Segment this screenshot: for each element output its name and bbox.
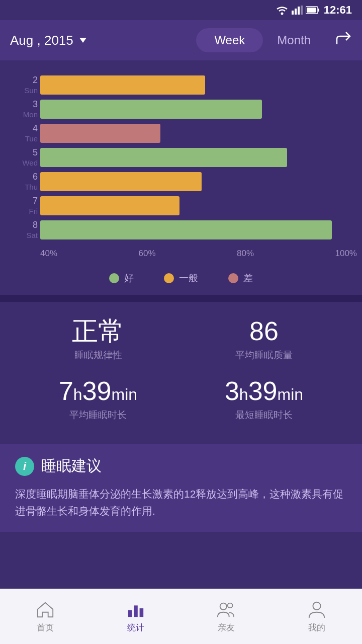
nav-stats[interactable]: 统计 <box>90 600 181 633</box>
stat-min-duration-label: 最短睡眠时长 <box>186 409 342 422</box>
svg-rect-2 <box>295 9 297 15</box>
avg-min: 39 <box>82 376 112 406</box>
legend: 好 一般 差 <box>0 264 362 290</box>
date-text: Aug , 2015 <box>10 33 73 48</box>
x-label-40: 40% <box>40 249 57 259</box>
stat-regularity-label: 睡眠规律性 <box>20 349 176 362</box>
bar-row-thu: 6 Thu <box>40 172 357 191</box>
avg-h: 7 <box>59 376 73 406</box>
svg-rect-10 <box>140 608 144 617</box>
bar-track-wed <box>40 148 357 167</box>
advice-section: i 睡眠建议 深度睡眠期脑垂体分泌的生长激素的12释放达到高峰，这种激素具有促进… <box>0 444 362 531</box>
stat-regularity: 正常 睡眠规律性 <box>20 317 176 362</box>
min-h: 3 <box>225 376 239 406</box>
stat-avg-duration: 7h39min 平均睡眠时长 <box>20 377 176 422</box>
nav-friends[interactable]: 亲友 <box>181 600 272 633</box>
avg-min-unit: min <box>112 385 138 404</box>
date-selector[interactable]: Aug , 2015 <box>10 33 196 48</box>
bar-row-sun: 2 Sun <box>40 75 357 95</box>
status-time: 12:61 <box>324 4 352 17</box>
bar-row-mon: 3 Mon <box>40 100 357 119</box>
bar-label-wed: 5 Wed <box>3 147 38 168</box>
advice-title: 睡眠建议 <box>41 456 102 476</box>
bar-fill-sat <box>40 220 332 239</box>
stat-regularity-value: 正常 <box>20 317 176 346</box>
svg-rect-4 <box>301 6 303 15</box>
advice-text: 深度睡眠期脑垂体分泌的生长激素的12释放达到高峰，这种激素具有促进骨骼生长和身体… <box>15 486 347 519</box>
share-icon[interactable] <box>335 30 352 51</box>
legend-label-ok: 一般 <box>179 272 198 285</box>
svg-point-13 <box>313 602 320 610</box>
home-icon <box>36 600 55 619</box>
min-h-unit: h <box>239 385 248 404</box>
bar-label-mon: 3 Mon <box>3 99 38 119</box>
stat-min-duration-value: 3h39min <box>186 377 342 406</box>
chart-section: 2 Sun 3 Mon <box>0 60 362 295</box>
advice-header: i 睡眠建议 <box>15 456 347 476</box>
svg-rect-1 <box>292 11 294 15</box>
bar-row-sat: 8 Sat <box>40 220 357 239</box>
legend-dot-bad <box>228 273 238 283</box>
signal-icon <box>292 6 303 15</box>
svg-rect-9 <box>134 605 138 617</box>
chart-inner: 2 Sun 3 Mon <box>40 75 357 259</box>
legend-bad: 差 <box>228 272 253 285</box>
svg-point-11 <box>220 603 227 610</box>
status-bar: 12:61 <box>0 0 362 20</box>
stats-grid: 正常 睡眠规律性 86 平均睡眠质量 7h39min 平均睡眠时长 3h39mi… <box>20 317 342 422</box>
bar-track-sat <box>40 220 357 239</box>
stat-quality: 86 平均睡眠质量 <box>186 317 342 362</box>
svg-point-0 <box>281 13 283 15</box>
bar-track-thu <box>40 172 357 191</box>
min-min-unit: min <box>278 385 304 404</box>
stat-avg-duration-value: 7h39min <box>20 377 176 406</box>
legend-dot-ok <box>164 273 174 283</box>
nav-profile-label: 我的 <box>308 622 325 633</box>
legend-label-good: 好 <box>124 272 134 285</box>
bar-fill-wed <box>40 148 287 167</box>
x-label-80: 80% <box>237 249 254 259</box>
tab-month[interactable]: Month <box>263 28 325 52</box>
bar-label-sat: 8 Sat <box>3 220 38 240</box>
status-icons <box>276 5 320 15</box>
bar-fill-thu <box>40 172 202 191</box>
min-min: 39 <box>248 376 278 406</box>
x-label-100: 100% <box>335 249 357 259</box>
battery-icon <box>306 6 320 14</box>
nav-stats-label: 统计 <box>127 622 144 633</box>
bottom-nav: 首页 统计 亲友 我的 <box>0 589 362 644</box>
nav-home-label: 首页 <box>37 622 54 633</box>
bar-fill-sun <box>40 75 205 95</box>
legend-dot-good <box>109 273 119 283</box>
x-axis: 40% 60% 80% 100% <box>40 245 357 259</box>
bar-label-sun: 2 Sun <box>3 75 38 95</box>
bar-fill-mon <box>40 100 262 119</box>
bar-track-fri <box>40 196 357 215</box>
bar-row-wed: 5 Wed <box>40 148 357 167</box>
legend-ok: 一般 <box>164 272 198 285</box>
stats-icon <box>126 600 145 619</box>
dropdown-arrow-icon[interactable] <box>79 38 86 43</box>
profile-icon <box>307 600 326 619</box>
bar-track-sun <box>40 75 357 95</box>
stat-avg-duration-label: 平均睡眠时长 <box>20 409 176 422</box>
bar-track-tue <box>40 124 357 143</box>
bar-label-fri: 7 Fri <box>3 196 38 216</box>
tab-group: Week Month <box>196 28 325 52</box>
stat-min-duration: 3h39min 最短睡眠时长 <box>186 377 342 422</box>
legend-label-bad: 差 <box>243 272 253 285</box>
chart-area: 2 Sun 3 Mon <box>0 70 362 264</box>
nav-profile[interactable]: 我的 <box>272 600 362 633</box>
x-label-60: 60% <box>139 249 156 259</box>
section-divider <box>0 295 362 302</box>
bar-row-tue: 4 Tue <box>40 124 357 143</box>
svg-rect-8 <box>128 610 132 617</box>
legend-good: 好 <box>109 272 134 285</box>
tab-week[interactable]: Week <box>196 28 263 52</box>
stat-quality-value: 86 <box>186 317 342 346</box>
svg-rect-3 <box>298 7 300 15</box>
bar-row-fri: 7 Fri <box>40 196 357 215</box>
wifi-icon <box>276 5 289 15</box>
svg-rect-7 <box>307 8 316 13</box>
nav-home[interactable]: 首页 <box>0 600 90 633</box>
